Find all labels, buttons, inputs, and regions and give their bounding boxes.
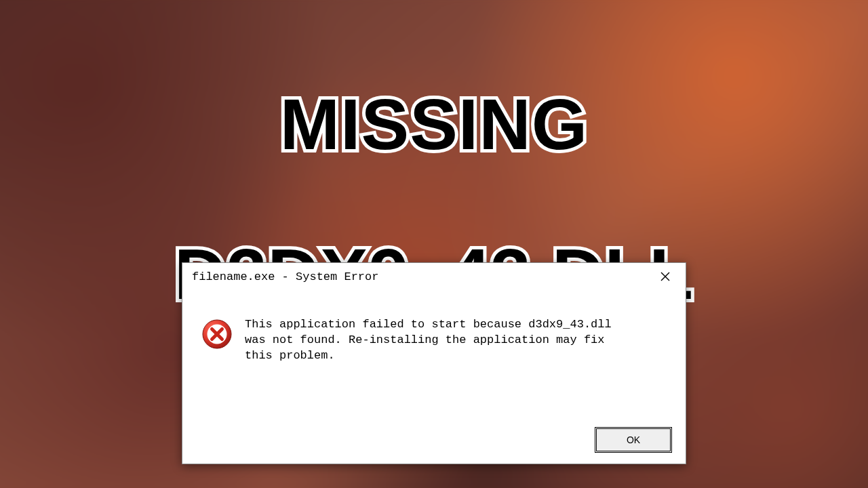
dialog-title: filename.exe - System Error xyxy=(192,270,378,283)
error-icon xyxy=(201,319,233,350)
dialog-titlebar[interactable]: filename.exe - System Error xyxy=(182,263,686,290)
dialog-footer: OK xyxy=(596,428,671,451)
dialog-body: This application failed to start because… xyxy=(182,290,686,364)
dialog-message: This application failed to start because… xyxy=(245,317,638,364)
error-dialog: filename.exe - System Error xyxy=(182,262,686,464)
ok-button[interactable]: OK xyxy=(596,428,671,451)
close-icon xyxy=(660,272,670,281)
headline-line-1: MISSING xyxy=(280,84,589,164)
ok-button-label: OK xyxy=(627,434,640,445)
close-button[interactable] xyxy=(652,266,679,287)
